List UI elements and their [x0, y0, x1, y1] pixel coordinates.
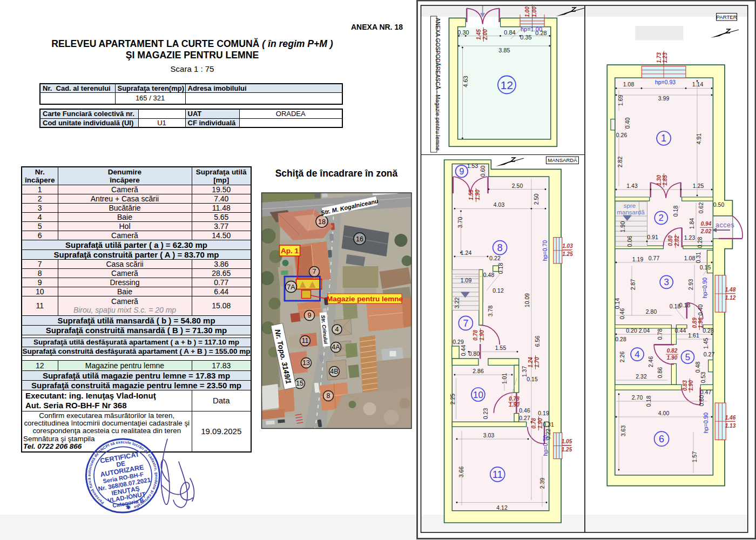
- svg-text:1.30: 1.30: [656, 175, 662, 186]
- svg-text:0.30: 0.30: [457, 29, 469, 36]
- svg-text:2.02: 2.02: [674, 235, 680, 247]
- svg-text:10.09: 10.09: [524, 293, 530, 307]
- svg-text:0.27: 0.27: [519, 415, 530, 421]
- svg-text:4.63: 4.63: [462, 76, 469, 87]
- svg-text:1.57: 1.57: [691, 451, 698, 463]
- svg-text:0.44: 0.44: [460, 345, 467, 356]
- svg-text:0.84: 0.84: [504, 29, 515, 36]
- svg-text:1.96: 1.96: [698, 318, 704, 328]
- svg-text:1.73: 1.73: [656, 52, 662, 63]
- svg-text:1.24: 1.24: [461, 249, 472, 256]
- svg-text:1.90: 1.90: [667, 355, 678, 361]
- svg-text:1.69: 1.69: [617, 95, 624, 106]
- svg-text:1.23: 1.23: [684, 234, 696, 241]
- svg-text:0.78: 0.78: [509, 396, 519, 402]
- svg-text:4.03: 4.03: [494, 201, 505, 208]
- svg-text:2.86: 2.86: [473, 368, 484, 374]
- svg-text:0.77: 0.77: [649, 255, 660, 261]
- svg-text:0.29: 0.29: [453, 339, 464, 345]
- svg-text:1.48: 1.48: [725, 287, 736, 293]
- svg-text:0.31: 0.31: [543, 421, 554, 428]
- svg-text:0.48: 0.48: [483, 272, 495, 278]
- svg-text:0.47: 0.47: [700, 389, 712, 395]
- svg-text:1.84: 1.84: [688, 218, 695, 230]
- svg-text:0.06: 0.06: [626, 236, 633, 247]
- svg-text:2.70: 2.70: [632, 394, 643, 401]
- svg-text:3.66: 3.66: [458, 467, 464, 478]
- svg-text:ANEXA GOSPODĂREASCĂ - Magazie: ANEXA GOSPODĂREASCĂ - Magazie pentru lem…: [435, 18, 441, 151]
- svg-text:0.27: 0.27: [704, 351, 715, 357]
- svg-text:2.26: 2.26: [619, 352, 625, 363]
- svg-text:0.46: 0.46: [519, 407, 530, 414]
- svg-text:1.53: 1.53: [467, 163, 478, 169]
- svg-text:2.00: 2.00: [482, 29, 488, 40]
- svg-text:0.20: 0.20: [626, 327, 637, 334]
- svg-text:2.32: 2.32: [636, 373, 647, 380]
- svg-text:0.60: 0.60: [698, 395, 705, 407]
- svg-text:0.23: 0.23: [482, 408, 489, 420]
- svg-text:3.03: 3.03: [483, 432, 495, 438]
- svg-text:1.90: 1.90: [537, 418, 543, 429]
- svg-text:1.08: 1.08: [623, 81, 634, 87]
- svg-text:3: 3: [664, 277, 669, 287]
- svg-text:hp=0.90: hp=0.90: [701, 278, 708, 298]
- svg-text:0.28: 0.28: [697, 237, 703, 248]
- svg-text:2.25: 2.25: [449, 394, 456, 405]
- svg-text:1.03: 1.03: [562, 243, 573, 249]
- svg-text:spre: spre: [624, 202, 636, 209]
- svg-text:1.90: 1.90: [479, 330, 485, 341]
- svg-text:2.50: 2.50: [512, 183, 523, 189]
- svg-text:1.85: 1.85: [662, 175, 668, 186]
- svg-text:0.15: 0.15: [700, 264, 711, 271]
- svg-text:0.35: 0.35: [520, 34, 531, 40]
- svg-text:Ap. 1: Ap. 1: [281, 247, 299, 255]
- svg-text:1.90: 1.90: [475, 190, 481, 200]
- svg-text:2.80: 2.80: [646, 308, 657, 315]
- svg-text:1.14: 1.14: [692, 81, 704, 87]
- svg-text:11: 11: [302, 337, 309, 345]
- svg-text:1: 1: [661, 133, 666, 144]
- svg-text:acces: acces: [716, 221, 734, 229]
- svg-text:3.22: 3.22: [454, 298, 460, 309]
- svg-text:1.25: 1.25: [693, 183, 704, 189]
- svg-text:1.23: 1.23: [662, 52, 668, 63]
- svg-text:0.40: 0.40: [697, 305, 704, 316]
- svg-text:0.78: 0.78: [531, 418, 537, 429]
- svg-text:2: 2: [659, 213, 664, 223]
- svg-text:0.48: 0.48: [694, 362, 701, 373]
- svg-text:hp=0.93: hp=0.93: [655, 79, 676, 85]
- svg-text:1.90: 1.90: [619, 221, 626, 233]
- svg-text:0.44: 0.44: [675, 327, 686, 334]
- svg-text:10: 10: [473, 390, 483, 400]
- svg-text:MANSARDĂ: MANSARDĂ: [548, 157, 577, 163]
- svg-text:1.08: 1.08: [684, 255, 696, 261]
- svg-text:0.82: 0.82: [667, 348, 678, 354]
- svg-text:0.83: 0.83: [682, 380, 688, 391]
- svg-text:2.46: 2.46: [647, 356, 654, 368]
- svg-text:1.90: 1.90: [688, 380, 694, 391]
- svg-text:0.22: 0.22: [489, 255, 501, 261]
- svg-text:0.78: 0.78: [473, 330, 478, 341]
- svg-text:0.19: 0.19: [538, 410, 549, 416]
- svg-text:6: 6: [659, 434, 664, 444]
- svg-text:2.93: 2.93: [687, 279, 694, 291]
- svg-text:8: 8: [497, 242, 503, 253]
- svg-text:2.39: 2.39: [539, 478, 545, 489]
- svg-text:0.28: 0.28: [703, 327, 714, 334]
- svg-text:1.00: 1.00: [524, 6, 530, 17]
- svg-text:5: 5: [685, 352, 690, 362]
- svg-text:0.18: 0.18: [497, 263, 504, 274]
- svg-text:0.86: 0.86: [657, 367, 663, 379]
- svg-text:7: 7: [463, 318, 468, 329]
- svg-text:hp=0.90: hp=0.90: [703, 413, 709, 433]
- svg-text:18: 18: [318, 218, 326, 226]
- svg-text:1.25: 1.25: [562, 447, 572, 453]
- svg-text:0.94: 0.94: [701, 221, 712, 227]
- svg-text:0.78: 0.78: [657, 329, 663, 340]
- svg-text:1.61: 1.61: [688, 332, 699, 339]
- svg-text:0.14: 0.14: [614, 298, 620, 309]
- svg-text:1.70: 1.70: [534, 357, 540, 368]
- svg-text:1.12: 1.12: [725, 295, 736, 301]
- svg-text:9: 9: [308, 312, 312, 319]
- svg-text:1.45: 1.45: [703, 338, 709, 349]
